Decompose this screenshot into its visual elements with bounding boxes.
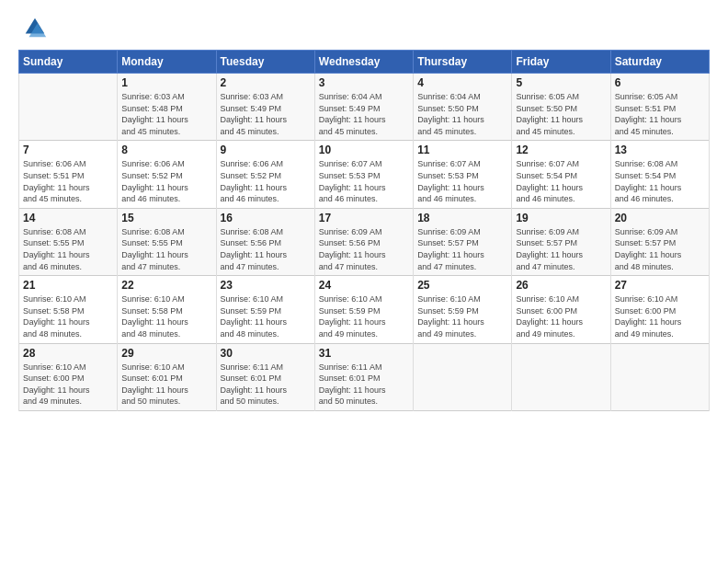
calendar-cell: 22Sunrise: 6:10 AM Sunset: 5:58 PM Dayli…: [118, 276, 216, 343]
day-detail: Sunrise: 6:07 AM Sunset: 5:54 PM Dayligh…: [516, 158, 606, 204]
calendar-cell: 1Sunrise: 6:03 AM Sunset: 5:48 PM Daylig…: [118, 74, 216, 141]
calendar-table: SundayMondayTuesdayWednesdayThursdayFrid…: [18, 50, 710, 411]
day-number: 11: [417, 144, 507, 156]
calendar-cell: [512, 343, 610, 410]
header-row: SundayMondayTuesdayWednesdayThursdayFrid…: [19, 51, 710, 74]
day-number: 3: [319, 76, 409, 89]
calendar-cell: 8Sunrise: 6:06 AM Sunset: 5:52 PM Daylig…: [118, 141, 216, 208]
day-detail: Sunrise: 6:10 AM Sunset: 5:58 PM Dayligh…: [23, 293, 113, 339]
calendar-week-row: 14Sunrise: 6:08 AM Sunset: 5:55 PM Dayli…: [19, 208, 710, 275]
day-number: 30: [221, 347, 311, 360]
day-number: 1: [121, 76, 211, 89]
day-detail: Sunrise: 6:04 AM Sunset: 5:49 PM Dayligh…: [319, 91, 409, 137]
day-detail: Sunrise: 6:10 AM Sunset: 6:01 PM Dayligh…: [121, 362, 211, 408]
calendar-cell: 13Sunrise: 6:08 AM Sunset: 5:54 PM Dayli…: [610, 141, 709, 208]
day-number: 27: [615, 279, 705, 292]
day-detail: Sunrise: 6:06 AM Sunset: 5:52 PM Dayligh…: [221, 158, 311, 204]
day-number: 29: [121, 347, 211, 360]
day-number: 22: [121, 279, 211, 292]
day-detail: Sunrise: 6:05 AM Sunset: 5:51 PM Dayligh…: [615, 91, 705, 137]
day-detail: Sunrise: 6:10 AM Sunset: 6:00 PM Dayligh…: [516, 293, 606, 339]
header-day: Sunday: [19, 51, 118, 74]
header-day: Wednesday: [314, 51, 413, 74]
day-number: 31: [319, 347, 409, 360]
calendar-cell: 3Sunrise: 6:04 AM Sunset: 5:49 PM Daylig…: [314, 74, 413, 141]
calendar-cell: 7Sunrise: 6:06 AM Sunset: 5:51 PM Daylig…: [19, 141, 118, 208]
calendar-cell: 9Sunrise: 6:06 AM Sunset: 5:52 PM Daylig…: [216, 141, 314, 208]
day-number: 24: [319, 279, 409, 292]
calendar-cell: 4Sunrise: 6:04 AM Sunset: 5:50 PM Daylig…: [414, 74, 512, 141]
day-detail: Sunrise: 6:09 AM Sunset: 5:57 PM Dayligh…: [615, 226, 705, 272]
day-detail: Sunrise: 6:08 AM Sunset: 5:56 PM Dayligh…: [221, 226, 311, 272]
calendar-cell: 25Sunrise: 6:10 AM Sunset: 5:59 PM Dayli…: [414, 276, 512, 343]
calendar-cell: 26Sunrise: 6:10 AM Sunset: 6:00 PM Dayli…: [512, 276, 610, 343]
calendar-cell: 27Sunrise: 6:10 AM Sunset: 6:00 PM Dayli…: [610, 276, 709, 343]
calendar-cell: 20Sunrise: 6:09 AM Sunset: 5:57 PM Dayli…: [610, 208, 709, 275]
day-number: 20: [615, 212, 705, 224]
header-day: Thursday: [414, 51, 512, 74]
calendar-cell: 16Sunrise: 6:08 AM Sunset: 5:56 PM Dayli…: [216, 208, 314, 275]
day-detail: Sunrise: 6:09 AM Sunset: 5:56 PM Dayligh…: [319, 226, 409, 272]
calendar-cell: [19, 74, 118, 141]
calendar-cell: 19Sunrise: 6:09 AM Sunset: 5:57 PM Dayli…: [512, 208, 610, 275]
day-number: 5: [516, 76, 606, 89]
calendar-cell: 29Sunrise: 6:10 AM Sunset: 6:01 PM Dayli…: [118, 343, 216, 410]
logo: [18, 15, 48, 40]
day-detail: Sunrise: 6:10 AM Sunset: 5:59 PM Dayligh…: [319, 293, 409, 339]
day-detail: Sunrise: 6:10 AM Sunset: 5:58 PM Dayligh…: [121, 293, 211, 339]
day-detail: Sunrise: 6:05 AM Sunset: 5:50 PM Dayligh…: [516, 91, 606, 137]
day-number: 6: [615, 76, 705, 89]
day-number: 15: [121, 212, 211, 224]
calendar-cell: 28Sunrise: 6:10 AM Sunset: 6:00 PM Dayli…: [19, 343, 118, 410]
day-detail: Sunrise: 6:06 AM Sunset: 5:51 PM Dayligh…: [23, 158, 113, 204]
calendar-cell: 23Sunrise: 6:10 AM Sunset: 5:59 PM Dayli…: [216, 276, 314, 343]
header-day: Monday: [118, 51, 216, 74]
day-number: 2: [221, 76, 311, 89]
day-detail: Sunrise: 6:10 AM Sunset: 5:59 PM Dayligh…: [221, 293, 311, 339]
calendar-cell: 14Sunrise: 6:08 AM Sunset: 5:55 PM Dayli…: [19, 208, 118, 275]
day-number: 8: [121, 144, 211, 156]
day-number: 23: [221, 279, 311, 292]
day-detail: Sunrise: 6:07 AM Sunset: 5:53 PM Dayligh…: [319, 158, 409, 204]
day-detail: Sunrise: 6:08 AM Sunset: 5:55 PM Dayligh…: [23, 226, 113, 272]
calendar-cell: [610, 343, 709, 410]
calendar-week-row: 1Sunrise: 6:03 AM Sunset: 5:48 PM Daylig…: [19, 74, 710, 141]
calendar-cell: 15Sunrise: 6:08 AM Sunset: 5:55 PM Dayli…: [118, 208, 216, 275]
day-detail: Sunrise: 6:10 AM Sunset: 5:59 PM Dayligh…: [417, 293, 507, 339]
day-detail: Sunrise: 6:03 AM Sunset: 5:48 PM Dayligh…: [121, 91, 211, 137]
header-day: Friday: [512, 51, 610, 74]
calendar-cell: 17Sunrise: 6:09 AM Sunset: 5:56 PM Dayli…: [314, 208, 413, 275]
day-number: 7: [23, 144, 113, 156]
calendar-cell: 2Sunrise: 6:03 AM Sunset: 5:49 PM Daylig…: [216, 74, 314, 141]
header-day: Saturday: [610, 51, 709, 74]
calendar-cell: 30Sunrise: 6:11 AM Sunset: 6:01 PM Dayli…: [216, 343, 314, 410]
day-detail: Sunrise: 6:11 AM Sunset: 6:01 PM Dayligh…: [221, 362, 311, 408]
logo-icon: [22, 15, 48, 40]
day-detail: Sunrise: 6:10 AM Sunset: 6:00 PM Dayligh…: [23, 362, 113, 408]
day-number: 17: [319, 212, 409, 224]
calendar-body: 1Sunrise: 6:03 AM Sunset: 5:48 PM Daylig…: [19, 74, 710, 411]
calendar-cell: 12Sunrise: 6:07 AM Sunset: 5:54 PM Dayli…: [512, 141, 610, 208]
calendar-cell: 6Sunrise: 6:05 AM Sunset: 5:51 PM Daylig…: [610, 74, 709, 141]
header-day: Tuesday: [216, 51, 314, 74]
day-detail: Sunrise: 6:08 AM Sunset: 5:54 PM Dayligh…: [615, 158, 705, 204]
header: [18, 15, 710, 40]
calendar-week-row: 21Sunrise: 6:10 AM Sunset: 5:58 PM Dayli…: [19, 276, 710, 343]
day-detail: Sunrise: 6:08 AM Sunset: 5:55 PM Dayligh…: [121, 226, 211, 272]
calendar-cell: [414, 343, 512, 410]
day-number: 26: [516, 279, 606, 292]
calendar-week-row: 28Sunrise: 6:10 AM Sunset: 6:00 PM Dayli…: [19, 343, 710, 410]
day-number: 10: [319, 144, 409, 156]
day-detail: Sunrise: 6:03 AM Sunset: 5:49 PM Dayligh…: [221, 91, 311, 137]
day-number: 4: [417, 76, 507, 89]
day-detail: Sunrise: 6:11 AM Sunset: 6:01 PM Dayligh…: [319, 362, 409, 408]
day-detail: Sunrise: 6:07 AM Sunset: 5:53 PM Dayligh…: [417, 158, 507, 204]
day-detail: Sunrise: 6:09 AM Sunset: 5:57 PM Dayligh…: [417, 226, 507, 272]
day-detail: Sunrise: 6:09 AM Sunset: 5:57 PM Dayligh…: [516, 226, 606, 272]
calendar-cell: 21Sunrise: 6:10 AM Sunset: 5:58 PM Dayli…: [19, 276, 118, 343]
calendar-cell: 11Sunrise: 6:07 AM Sunset: 5:53 PM Dayli…: [414, 141, 512, 208]
day-number: 18: [417, 212, 507, 224]
calendar-cell: 10Sunrise: 6:07 AM Sunset: 5:53 PM Dayli…: [314, 141, 413, 208]
day-detail: Sunrise: 6:04 AM Sunset: 5:50 PM Dayligh…: [417, 91, 507, 137]
day-number: 16: [221, 212, 311, 224]
